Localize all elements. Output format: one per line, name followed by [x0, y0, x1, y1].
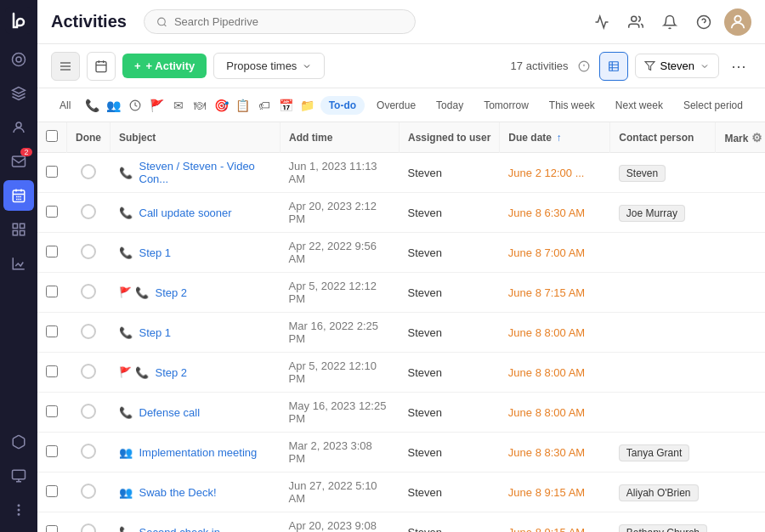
activities-icon-btn[interactable]	[588, 8, 615, 36]
row-checkbox[interactable]	[46, 166, 58, 178]
add-activity-btn[interactable]: + + Activity	[122, 54, 207, 78]
help-icon-btn[interactable]	[690, 8, 717, 36]
done-circle[interactable]	[81, 164, 96, 179]
sidebar-item-leads[interactable]	[3, 112, 34, 143]
notifications-icon-btn[interactable]	[656, 8, 683, 36]
th-add-time[interactable]: Add time	[280, 122, 400, 153]
done-circle[interactable]	[81, 204, 96, 219]
subject-text[interactable]: Call update sooner	[139, 207, 232, 219]
tab-overdue[interactable]: Overdue	[368, 96, 424, 115]
tab-todo[interactable]: To-do	[320, 96, 365, 115]
th-assigned[interactable]: Assigned to user	[400, 122, 500, 153]
search-input[interactable]	[174, 15, 403, 28]
done-circle[interactable]	[81, 444, 96, 459]
app-logo[interactable]	[5, 7, 32, 34]
tab-select-period[interactable]: Select period	[675, 96, 751, 115]
subject-text[interactable]: Step 1	[139, 246, 172, 259]
tab-today[interactable]: Today	[428, 96, 472, 115]
contacts-icon-btn[interactable]	[622, 8, 649, 36]
table-body: 📞 Steven / Steven - Video Con... Jun 1, …	[37, 153, 765, 533]
sidebar-item-mail[interactable]: 2	[3, 146, 34, 177]
tab-lunch[interactable]: 🍽	[190, 93, 208, 117]
subject-text[interactable]: Step 2	[156, 286, 188, 299]
filter-user-btn[interactable]: Steven	[635, 54, 719, 78]
tab-more5[interactable]: 📁	[298, 93, 316, 117]
search-box[interactable]	[144, 9, 416, 34]
tab-more1[interactable]: 🎯	[212, 93, 230, 117]
tab-next-week[interactable]: Next week	[607, 96, 672, 115]
tab-all[interactable]: All	[51, 96, 79, 115]
contact-badge[interactable]: Aliyah O'Brien	[619, 484, 699, 501]
svg-rect-7	[20, 224, 25, 228]
subject-text[interactable]: Step 1	[139, 326, 172, 339]
sidebar-item-home[interactable]	[3, 44, 34, 75]
topbar: Activities	[37, 0, 765, 44]
row-mark	[716, 153, 765, 193]
row-checkbox[interactable]	[46, 365, 58, 377]
th-mark[interactable]: Mark ⚙	[716, 122, 765, 153]
svg-rect-22	[96, 61, 106, 71]
subject-text[interactable]: Second check in	[139, 526, 220, 533]
user-avatar[interactable]	[724, 8, 751, 36]
contact-badge[interactable]: Bethany Church	[619, 524, 707, 533]
calendar-view-btn[interactable]	[87, 52, 116, 81]
subject-text[interactable]: Implementation meeting	[139, 446, 258, 459]
select-all-checkbox[interactable]	[46, 130, 58, 142]
sidebar-item-more[interactable]	[3, 495, 34, 525]
contact-badge[interactable]: Tanya Grant	[619, 444, 689, 461]
done-circle[interactable]	[81, 524, 96, 533]
tab-phone[interactable]: 📞	[82, 93, 100, 117]
row-checkbox[interactable]	[46, 325, 58, 337]
row-checkbox[interactable]	[46, 405, 58, 417]
sidebar-item-products[interactable]	[3, 427, 34, 457]
contact-badge[interactable]: Joe Murray	[619, 205, 685, 222]
subject-text[interactable]: Defense call	[139, 406, 201, 419]
tab-tomorrow[interactable]: Tomorrow	[475, 96, 537, 115]
row-subject-cell: 📞 Step 1	[110, 313, 280, 353]
subject-text[interactable]: Swab the Deck!	[139, 486, 217, 499]
contact-badge[interactable]: Steven	[619, 165, 666, 182]
done-circle[interactable]	[81, 404, 96, 419]
sidebar-item-marketplace[interactable]	[3, 461, 34, 491]
tab-email[interactable]: ✉	[169, 93, 187, 117]
tab-task[interactable]	[126, 93, 144, 117]
row-checkbox[interactable]	[46, 286, 58, 297]
chevron-down-icon	[700, 61, 710, 71]
th-due-date[interactable]: Due date ↑	[500, 122, 610, 153]
sidebar-item-activities[interactable]	[3, 180, 34, 211]
th-subject[interactable]: Subject	[110, 122, 280, 153]
row-checkbox[interactable]	[46, 445, 58, 457]
tab-meeting[interactable]: 👥	[105, 93, 122, 117]
activity-type-icon: 📞	[119, 167, 133, 179]
row-checkbox[interactable]	[46, 525, 58, 533]
sidebar-item-deals[interactable]	[3, 78, 34, 109]
done-circle[interactable]	[81, 284, 96, 299]
tab-more2[interactable]: 📋	[234, 93, 252, 117]
th-contact[interactable]: Contact person	[610, 122, 716, 153]
done-circle[interactable]	[81, 324, 96, 339]
tab-this-week[interactable]: This week	[541, 96, 604, 115]
tab-more4[interactable]: 📅	[277, 93, 295, 117]
row-checkbox[interactable]	[46, 206, 58, 218]
row-checkbox-cell	[37, 353, 67, 393]
flag-icon: 🚩	[119, 366, 132, 378]
row-checkbox[interactable]	[46, 485, 58, 497]
subject-text[interactable]: Step 2	[156, 366, 188, 379]
propose-times-btn[interactable]: Propose times	[213, 53, 325, 79]
row-checkbox-cell	[37, 473, 67, 512]
activity-type-icon: 📞	[119, 207, 133, 219]
row-checkbox[interactable]	[46, 246, 58, 258]
sidebar-item-insights[interactable]	[3, 248, 34, 279]
info-icon-btn[interactable]	[575, 58, 592, 75]
done-circle[interactable]	[81, 484, 96, 499]
tab-deadline[interactable]: 🚩	[148, 93, 166, 117]
tab-more3[interactable]: 🏷	[255, 93, 273, 117]
subject-text[interactable]: Steven / Steven - Video Con...	[139, 160, 272, 185]
done-circle[interactable]	[81, 364, 96, 379]
toolbar: + + Activity Propose times 17 activities…	[37, 44, 765, 88]
done-circle[interactable]	[81, 244, 96, 259]
list-view-btn[interactable]	[51, 52, 80, 81]
more-options-btn[interactable]: ⋯	[726, 54, 751, 79]
table-view-btn[interactable]	[599, 52, 628, 81]
sidebar-item-contacts[interactable]	[3, 214, 34, 245]
